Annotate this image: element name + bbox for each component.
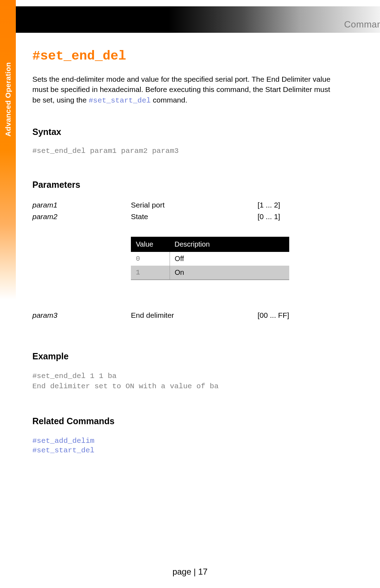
- content-area: #set_end_del Sets the end-delimiter mode…: [32, 49, 338, 456]
- param-row: param1 Serial port [1 ... 2]: [32, 200, 338, 210]
- example-code: #set_end_del 1 1 ba End delimiter set to…: [32, 371, 338, 391]
- param-range: [0 ... 1]: [258, 211, 338, 222]
- page: Advanced Operation Commands #set_end_del…: [0, 0, 380, 588]
- table-row: 0 Off: [131, 252, 289, 266]
- param-range: [00 ... FF]: [258, 310, 338, 321]
- syntax-heading: Syntax: [32, 127, 338, 137]
- sidebar-stripe: Advanced Operation: [0, 0, 16, 299]
- param-range: [1 ... 2]: [258, 200, 338, 210]
- td-description: Off: [170, 252, 289, 266]
- header-bar: [16, 6, 380, 33]
- desc-inline-code: #set_start_del: [89, 97, 151, 105]
- command-description: Sets the end-delimiter mode and value fo…: [32, 74, 338, 106]
- td-value: 0: [131, 252, 170, 266]
- header-section-title: Commands: [344, 19, 380, 30]
- parameters-heading: Parameters: [32, 180, 338, 190]
- related-command-link[interactable]: #set_add_delim: [32, 436, 338, 446]
- example-heading: Example: [32, 351, 338, 361]
- param-desc: Serial port: [131, 200, 258, 210]
- param-desc: End delimiter: [131, 310, 258, 321]
- related-commands-heading: Related Commands: [32, 416, 338, 426]
- related-command-link[interactable]: #set_start_del: [32, 446, 338, 455]
- param-name: param1: [32, 200, 131, 210]
- param-row: param3 End delimiter [00 ... FF]: [32, 310, 338, 321]
- syntax-code: #set_end_del param1 param2 param3: [32, 147, 338, 155]
- command-title: #set_end_del: [32, 49, 338, 63]
- table-row: 1 On: [131, 266, 289, 280]
- page-footer: page | 17: [0, 567, 380, 577]
- param-row: param2 State [0 ... 1]: [32, 211, 338, 222]
- related-commands-list: #set_add_delim #set_start_del: [32, 436, 338, 456]
- param-desc: State: [131, 211, 258, 222]
- th-value: Value: [131, 237, 170, 252]
- param-name: param3: [32, 310, 131, 321]
- table-header-row: Value Description: [131, 237, 289, 252]
- sidebar-label: Advanced Operation: [4, 62, 12, 137]
- param-name: param2: [32, 211, 131, 222]
- td-value: 1: [131, 266, 170, 280]
- desc-text-post: command.: [151, 96, 187, 104]
- value-description-table: Value Description 0 Off 1 On: [131, 237, 289, 280]
- td-description: On: [170, 266, 289, 280]
- th-description: Description: [170, 237, 289, 252]
